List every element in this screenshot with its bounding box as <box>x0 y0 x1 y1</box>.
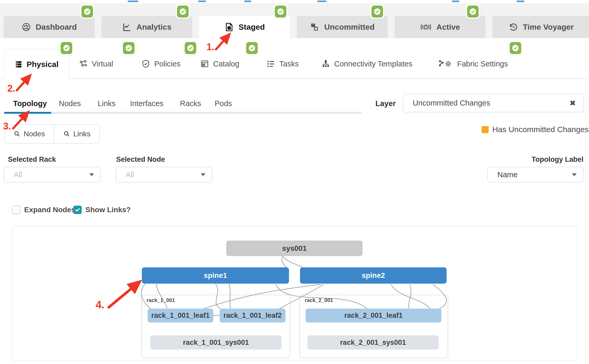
layer-label: Layer <box>375 97 396 110</box>
clear-layer-icon[interactable]: ✖ <box>570 99 576 107</box>
tab-catalog[interactable]: Catalog <box>200 49 239 79</box>
expand-nodes-toggle: Expand Nodes? <box>12 206 80 214</box>
node-spine2[interactable]: spine2 <box>300 267 447 284</box>
tab-connectivity-templates[interactable]: Connectivity Templates <box>321 49 412 79</box>
policies-check-badge <box>183 41 198 55</box>
tab-links[interactable]: Links <box>98 97 116 110</box>
node-rack-2-001-sys001[interactable]: rack_2_001_sys001 <box>307 335 439 350</box>
node-spine1[interactable]: spine1 <box>142 267 289 284</box>
tab-policies[interactable]: Policies <box>141 49 180 79</box>
node-rack-1-001-leaf2[interactable]: rack_1_001_leaf2 <box>220 309 286 323</box>
tab-dashboard[interactable]: Dashboard <box>4 16 95 38</box>
tab-label: Catalog <box>213 60 239 68</box>
node-sys001[interactable]: sys001 <box>226 241 363 256</box>
tab-topology[interactable]: Topology <box>13 97 47 110</box>
tab-label: Physical <box>27 60 59 69</box>
active-broadcast-icon <box>420 22 432 32</box>
check-icon <box>467 6 479 18</box>
uncommitted-legend: Has Uncommitted Changes <box>482 125 589 134</box>
view-tab-label: Topology <box>13 99 47 108</box>
expand-nodes-checkbox[interactable] <box>12 206 20 214</box>
selected-rack-dropdown[interactable]: All <box>4 167 101 183</box>
active-check-badge <box>466 4 480 19</box>
chevron-down-icon <box>89 173 94 176</box>
dashboard-gauge-icon <box>22 22 31 32</box>
search-nodes-button[interactable]: Nodes <box>5 125 54 143</box>
node-label: sys001 <box>282 244 307 253</box>
tab-label: Virtual <box>92 60 113 68</box>
physical-rack-icon <box>14 60 23 69</box>
staged-file-icon <box>224 22 234 32</box>
check-icon <box>185 42 196 54</box>
node-rack-2-001-leaf1[interactable]: rack_2_001_leaf1 <box>306 309 441 323</box>
tab-label: Time Voyager <box>523 23 574 32</box>
node-label: rack_2_001_leaf1 <box>344 311 402 320</box>
view-tab-label: Links <box>98 99 116 108</box>
view-tab-label: Racks <box>180 99 201 108</box>
tab-uncommitted[interactable]: Uncommitted <box>297 16 388 38</box>
selected-node-label: Selected Node <box>116 155 165 164</box>
annotation-step-2: 2. <box>7 83 15 94</box>
view-tab-label: Interfaces <box>130 99 163 108</box>
tab-label: Policies <box>154 60 180 68</box>
tab-analytics[interactable]: Analytics <box>101 16 192 38</box>
chevron-down-icon <box>572 173 577 176</box>
selected-node-value: All <box>126 170 201 179</box>
tab-interfaces[interactable]: Interfaces <box>130 97 163 110</box>
tab-fabric-settings[interactable]: Fabric Settings <box>438 49 508 79</box>
annotation-step-4: 4. <box>96 299 104 311</box>
search-button-group: Nodes Links <box>4 124 100 144</box>
check-icon <box>123 42 135 54</box>
annotation-step-3: 3. <box>3 121 11 132</box>
node-label: rack_2_001_sys001 <box>340 339 406 347</box>
show-links-label: Show Links? <box>85 206 131 214</box>
tab-label: Dashboard <box>36 23 77 32</box>
analytics-check-badge <box>176 4 190 19</box>
uncommitted-packages-icon <box>310 22 319 32</box>
tab-physical[interactable]: Physical <box>4 49 69 79</box>
virtual-network-icon <box>79 59 88 68</box>
tab-nodes[interactable]: Nodes <box>59 97 81 110</box>
node-label: spine2 <box>362 271 385 280</box>
top-text-fragment <box>244 1 251 2</box>
tab-pods[interactable]: Pods <box>215 97 232 110</box>
tab-virtual[interactable]: Virtual <box>79 49 113 79</box>
tab-active[interactable]: Active <box>395 16 485 38</box>
top-text-fragment <box>128 1 138 2</box>
staged-check-badge <box>273 4 288 19</box>
check-icon <box>371 6 383 18</box>
node-rack-1-001-leaf1[interactable]: rack_1_001_leaf1 <box>148 309 213 323</box>
topology-label-dropdown[interactable]: Name <box>487 167 583 183</box>
tasks-list-icon <box>266 59 275 68</box>
top-text-fragment <box>198 1 206 2</box>
tab-time-voyager[interactable]: Time Voyager <box>492 16 589 38</box>
layer-value: Uncommitted Changes <box>413 99 570 107</box>
tab-tasks[interactable]: Tasks <box>266 49 299 79</box>
chevron-down-icon <box>201 173 205 176</box>
search-icon <box>14 131 20 137</box>
catalog-window-icon <box>200 59 209 68</box>
check-icon <box>246 42 258 54</box>
topology-label-label: Topology Label <box>487 155 583 164</box>
search-links-button[interactable]: Links <box>54 125 99 143</box>
tab-label: Fabric Settings <box>457 60 508 68</box>
top-text-fragment <box>452 1 459 2</box>
time-voyager-history-icon <box>509 22 518 32</box>
selected-node-dropdown[interactable]: All <box>116 167 212 183</box>
show-links-checkbox[interactable] <box>73 206 82 214</box>
button-label: Links <box>73 130 90 138</box>
button-label: Nodes <box>24 130 45 138</box>
check-icon <box>275 6 286 18</box>
tab-label: Uncommitted <box>324 23 375 32</box>
tab-racks[interactable]: Racks <box>180 97 201 110</box>
view-tab-active-indicator <box>4 112 51 114</box>
tab-staged[interactable]: Staged <box>199 16 290 38</box>
node-rack-1-001-sys001[interactable]: rack_1_001_sys001 <box>150 335 282 350</box>
check-icon <box>177 6 189 18</box>
catalog-check-badge <box>245 41 259 55</box>
check-icon <box>81 6 93 18</box>
layer-select[interactable]: Uncommitted Changes ✖ <box>403 94 584 112</box>
top-text-fragment <box>317 1 326 2</box>
tab-label: Tasks <box>279 60 299 68</box>
node-label: rack_1_001_leaf1 <box>151 311 210 320</box>
